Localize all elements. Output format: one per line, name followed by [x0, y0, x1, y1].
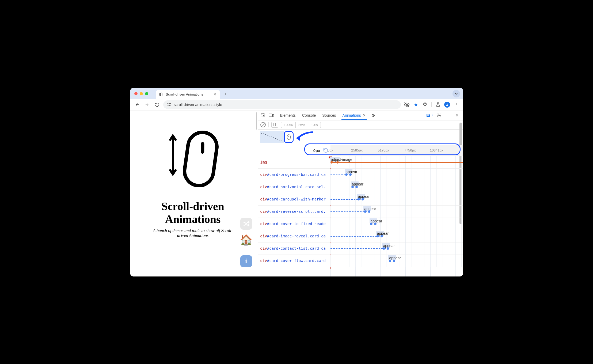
- svg-rect-13: [287, 135, 290, 139]
- svg-point-1: [168, 103, 169, 104]
- device-toolbar-icon[interactable]: [267, 111, 275, 119]
- track-selector: div#card-horizontal-carousel.: [258, 181, 330, 193]
- animation-name: adjust-image: [331, 157, 352, 162]
- ruler-scale[interactable]: 0px 2585px 5170px 7756px 10341px: [330, 145, 463, 156]
- maximize-window-button[interactable]: [145, 92, 148, 95]
- ruler-controls: 0px: [258, 145, 330, 156]
- tick-4: 10341px: [430, 148, 443, 152]
- clear-animations-icon[interactable]: [260, 122, 266, 127]
- browser-window: Scroll-driven Animations ✕ ＋ scroll-driv…: [130, 88, 463, 276]
- info-button[interactable]: i: [240, 255, 252, 267]
- menu-button[interactable]: ⋮: [452, 100, 461, 109]
- track-selector: div#card-contact-list.card.ca: [258, 242, 330, 255]
- eye-off-icon[interactable]: [402, 100, 411, 109]
- track-timeline[interactable]: appear: [330, 181, 463, 193]
- animation-track[interactable]: div#card-contact-list.card.caappear: [258, 242, 463, 255]
- home-button[interactable]: 🏠: [240, 234, 252, 246]
- issues-badge[interactable]: 4: [426, 113, 434, 117]
- scroll-driven-badge-icon[interactable]: [284, 131, 294, 143]
- shuffle-button[interactable]: [240, 218, 252, 230]
- speed-25[interactable]: 25%: [296, 122, 308, 128]
- animation-group-thumbnail[interactable]: [260, 131, 284, 143]
- close-panel-icon[interactable]: ✕: [363, 113, 366, 117]
- animation-track[interactable]: div#card-carousel-with-markerappear: [258, 193, 463, 206]
- animation-track[interactable]: div#card-cover-to-fixed-headeappear: [258, 218, 463, 230]
- close-tab-icon[interactable]: ✕: [213, 92, 217, 97]
- track-timeline[interactable]: appear: [330, 242, 463, 255]
- svg-rect-10: [272, 114, 274, 117]
- web-page: Scroll-drivenAnimations A bunch of demos…: [130, 111, 256, 276]
- svg-point-12: [438, 115, 439, 116]
- page-title: Scroll-drivenAnimations: [161, 200, 224, 226]
- reload-button[interactable]: [153, 100, 162, 109]
- track-timeline[interactable]: appear: [330, 218, 463, 230]
- animation-name: appear: [377, 231, 389, 236]
- extensions-icon[interactable]: [421, 100, 429, 109]
- devtools-menu-icon[interactable]: ⋮: [444, 111, 452, 119]
- more-tabs-icon[interactable]: [369, 111, 377, 119]
- avatar-icon: [444, 102, 450, 108]
- tab-strip: Scroll-driven Animations ✕ ＋: [130, 88, 463, 99]
- track-selector: div#card-image-reveal.card.ca: [258, 230, 330, 242]
- animation-track[interactable]: imgadjust-image: [258, 156, 463, 169]
- animation-name: appear: [346, 170, 358, 174]
- animation-name: appear: [389, 256, 401, 260]
- tick-2: 5170px: [378, 148, 389, 152]
- labs-icon[interactable]: [434, 100, 442, 109]
- tab-elements[interactable]: Elements: [277, 111, 299, 120]
- url-text: scroll-driven-animations.style: [174, 103, 222, 107]
- tab-console[interactable]: Console: [299, 111, 319, 120]
- tab-sources[interactable]: Sources: [319, 111, 339, 120]
- track-selector: div#card-cover-to-fixed-heade: [258, 218, 330, 230]
- track-timeline[interactable]: appear: [330, 230, 463, 242]
- close-devtools-icon[interactable]: ✕: [453, 111, 461, 119]
- toolbar-divider: [431, 102, 432, 107]
- track-timeline[interactable]: appear: [330, 206, 463, 218]
- devtools-right-icons: 4 ⋮ ✕: [426, 111, 462, 119]
- split-handle[interactable]: [256, 111, 258, 276]
- speed-100[interactable]: 100%: [281, 122, 296, 128]
- tick-3: 7756px: [404, 148, 416, 152]
- minimize-window-button[interactable]: [140, 92, 143, 95]
- track-selector: div#card-cover-flow.card.card: [258, 255, 330, 267]
- forward-button[interactable]: [143, 100, 151, 109]
- browser-tab[interactable]: Scroll-driven Animations ✕: [156, 90, 220, 99]
- divider: [268, 122, 269, 127]
- close-window-button[interactable]: [134, 92, 138, 95]
- svg-rect-0: [160, 93, 162, 96]
- svg-rect-9: [269, 114, 272, 116]
- favicon-icon: [159, 92, 163, 97]
- pause-button[interactable]: [271, 122, 278, 128]
- animation-track[interactable]: div#card-image-reveal.card.caappear: [258, 230, 463, 242]
- track-selector: div#card-reverse-scroll.card.: [258, 206, 330, 218]
- settings-gear-icon[interactable]: [435, 111, 443, 119]
- timeline-ruler: 0px 0px 2585px 5170px 7756px 10341px: [258, 145, 463, 156]
- animation-track[interactable]: div#card-progress-bar.card.caappear: [258, 169, 463, 181]
- back-button[interactable]: [133, 100, 141, 109]
- animation-name: appear: [371, 219, 382, 223]
- tab-animations[interactable]: Animations✕: [339, 111, 369, 120]
- playback-speed-group: 100% 25% 10%: [281, 122, 321, 128]
- track-selector: div#card-carousel-with-marker: [258, 193, 330, 205]
- tab-search-button[interactable]: [453, 90, 460, 97]
- tab-title: Scroll-driven Animations: [166, 92, 203, 96]
- track-timeline[interactable]: appear: [330, 193, 463, 205]
- animation-track[interactable]: div#card-horizontal-carousel.appear: [258, 181, 463, 193]
- new-tab-button[interactable]: ＋: [222, 90, 230, 98]
- profile-button[interactable]: [443, 100, 451, 109]
- track-timeline[interactable]: adjust-image: [330, 156, 463, 168]
- site-settings-icon[interactable]: [167, 103, 171, 107]
- callout-arrow-icon: [296, 131, 315, 142]
- svg-point-4: [447, 104, 448, 105]
- track-timeline[interactable]: appear: [330, 169, 463, 181]
- track-timeline[interactable]: appear: [330, 255, 463, 267]
- animations-toolbar: 100% 25% 10%: [258, 120, 463, 130]
- inspect-element-icon[interactable]: [259, 111, 267, 119]
- address-bar[interactable]: scroll-driven-animations.style: [163, 100, 401, 109]
- page-subtitle: A bunch of demos and tools to show off S…: [150, 228, 236, 238]
- bookmark-star-icon[interactable]: ★: [412, 100, 420, 109]
- animation-track[interactable]: div#card-reverse-scroll.card.appear: [258, 206, 463, 218]
- speed-10[interactable]: 10%: [308, 122, 321, 128]
- devtools-top-bar: Elements Console Sources Animations✕ 4: [258, 111, 463, 120]
- animation-track[interactable]: div#card-cover-flow.card.cardappear: [258, 255, 463, 267]
